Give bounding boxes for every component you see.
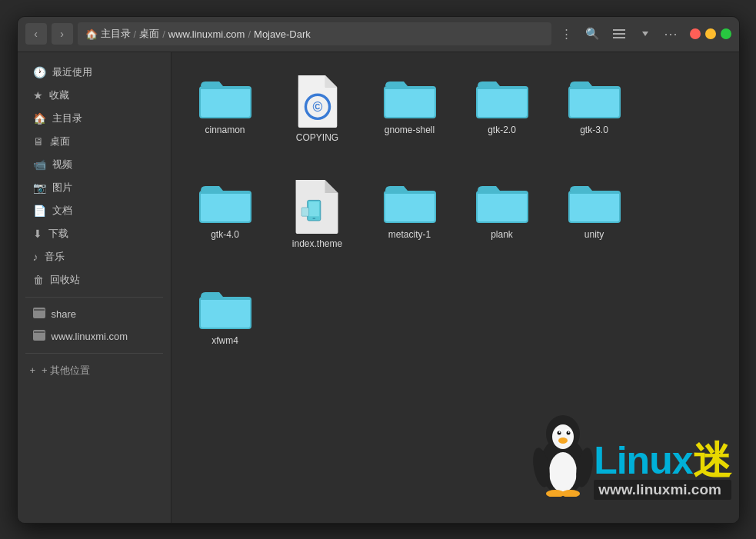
- search-button[interactable]: 🔍: [582, 23, 604, 45]
- svg-text:©: ©: [312, 98, 322, 114]
- svg-rect-1: [613, 33, 625, 35]
- forward-button[interactable]: ›: [52, 23, 73, 45]
- sidebar-add-label: + 其他位置: [42, 364, 90, 378]
- file-label-gtk4: gtk-4.0: [211, 229, 239, 240]
- maximize-button[interactable]: [721, 28, 731, 39]
- sidebar-label-home: 主目录: [52, 111, 82, 125]
- home-nav-icon: 🏠: [33, 112, 46, 125]
- svg-point-28: [561, 490, 580, 497]
- video-icon: 📹: [33, 158, 46, 171]
- sidebar-item-linuxmi[interactable]: www.linuxmi.com: [21, 326, 168, 347]
- watermark-text-block: Linux 迷 www.linuxmi.com: [594, 441, 731, 500]
- folder-metacity-icon: [382, 178, 438, 225]
- svg-point-24: [558, 438, 568, 444]
- close-button[interactable]: [690, 28, 701, 39]
- file-item-gtk-4[interactable]: gtk-4.0: [187, 172, 264, 255]
- svg-point-25: [532, 446, 552, 488]
- svg-point-26: [574, 446, 594, 488]
- more-button[interactable]: ···: [661, 23, 682, 45]
- sidebar-item-home[interactable]: 🏠 主目录: [21, 108, 168, 129]
- svg-point-20: [558, 431, 561, 434]
- breadcrumb[interactable]: 🏠 主目录 / 桌面 / www.linuxmi.com / Mojave-Da…: [78, 22, 551, 45]
- svg-point-19: [565, 429, 571, 435]
- file-item-copying[interactable]: © COPYING: [279, 68, 356, 149]
- sidebar-label-trash: 回收站: [50, 273, 80, 287]
- file-item-index-theme[interactable]: index.theme: [279, 172, 356, 255]
- folder-xfwm4-icon: [198, 284, 253, 331]
- sidebar-item-videos[interactable]: 📹 视频: [21, 154, 168, 175]
- sidebar-item-documents[interactable]: 📄 文档: [21, 200, 168, 221]
- sidebar-item-bookmarks[interactable]: ★ 收藏: [21, 85, 168, 106]
- sidebar-item-trash[interactable]: 🗑 回收站: [21, 269, 168, 291]
- file-item-plank[interactable]: plank: [464, 172, 541, 255]
- theme-file-icon: [291, 178, 344, 234]
- folder-cinnamon-icon: [198, 74, 253, 120]
- file-label-gtk2: gtk-2.0: [488, 125, 516, 135]
- svg-rect-5: [34, 309, 45, 311]
- svg-point-17: [552, 424, 574, 449]
- trash-icon: 🗑: [33, 274, 44, 286]
- sidebar-label-desktop: 桌面: [50, 135, 70, 148]
- svg-rect-7: [34, 331, 45, 333]
- folder-gtk3-icon: [567, 74, 622, 120]
- file-item-metacity[interactable]: metacity-1: [371, 172, 448, 255]
- folder-plank-icon: [475, 178, 530, 225]
- sidebar-item-pictures[interactable]: 📷 图片: [21, 177, 168, 198]
- sidebar-label-recent: 最近使用: [52, 65, 92, 79]
- file-label-cinnamon: cinnamon: [205, 125, 245, 135]
- file-manager-window: ‹ › 🏠 主目录 / 桌面 / www.linuxmi.com / Mojav…: [17, 16, 740, 524]
- sort-button[interactable]: [634, 23, 656, 45]
- sidebar-label-pictures: 图片: [52, 181, 72, 195]
- sidebar-item-downloads[interactable]: ⬇ 下载: [21, 223, 168, 245]
- file-item-cinnamon[interactable]: cinnamon: [187, 68, 264, 149]
- copyright-file-icon: ©: [295, 74, 341, 128]
- sidebar-label-videos: 视频: [52, 158, 72, 171]
- picture-icon: 📷: [33, 181, 46, 194]
- view-button[interactable]: [608, 23, 630, 45]
- drive-linuxmi-icon: [33, 330, 45, 343]
- sidebar-label-music: 音乐: [45, 250, 65, 264]
- file-item-xfwm4[interactable]: xfwm4: [187, 278, 264, 352]
- star-icon: ★: [33, 89, 43, 101]
- file-item-gnome-shell[interactable]: gnome-shell: [371, 68, 448, 149]
- watermark-container: Linux 迷 www.linuxmi.com: [532, 412, 731, 500]
- document-icon: 📄: [33, 205, 46, 217]
- menu-button[interactable]: ⋮: [556, 23, 578, 45]
- sidebar-divider: [25, 297, 163, 298]
- breadcrumb-desktop: 桌面: [139, 27, 159, 41]
- file-item-unity[interactable]: unity: [556, 172, 633, 255]
- back-button[interactable]: ‹: [25, 23, 47, 45]
- watermark-url-text: www.linuxmi.com: [594, 480, 731, 500]
- folder-unity-icon: [567, 178, 622, 225]
- watermark: Linux 迷 www.linuxmi.com: [532, 412, 731, 500]
- drive-share-icon: [33, 308, 45, 321]
- sidebar-label-documents: 文档: [52, 204, 72, 218]
- file-area: cinnamon © COPYING: [172, 52, 739, 523]
- svg-rect-12: [312, 218, 315, 219]
- svg-point-16: [546, 415, 580, 452]
- sidebar-label-bookmarks: 收藏: [49, 88, 69, 102]
- file-grid: cinnamon © COPYING: [187, 68, 724, 352]
- sidebar-label-linuxmi: www.linuxmi.com: [52, 331, 128, 342]
- sidebar: 🕐 最近使用 ★ 收藏 🏠 主目录 🖥 桌面 📹 视频 📷 图片: [18, 52, 172, 523]
- minimize-button[interactable]: [705, 28, 716, 39]
- file-item-gtk-2[interactable]: gtk-2.0: [464, 68, 541, 149]
- sidebar-item-share[interactable]: share: [21, 304, 168, 324]
- file-label-metacity: metacity-1: [388, 229, 431, 240]
- sidebar-item-recent[interactable]: 🕐 最近使用: [21, 62, 168, 83]
- titlebar: ‹ › 🏠 主目录 / 桌面 / www.linuxmi.com / Mojav…: [18, 17, 739, 52]
- sidebar-add-location[interactable]: + + 其他位置: [18, 360, 171, 381]
- file-label-copying: COPYING: [296, 132, 338, 143]
- svg-point-18: [555, 429, 561, 435]
- svg-point-14: [540, 437, 586, 495]
- svg-point-27: [546, 490, 565, 497]
- svg-rect-13: [301, 207, 308, 215]
- svg-point-22: [559, 431, 561, 433]
- breadcrumb-home: 主目录: [101, 27, 131, 41]
- sidebar-item-music[interactable]: ♪ 音乐: [21, 246, 168, 268]
- main-layout: 🕐 最近使用 ★ 收藏 🏠 主目录 🖥 桌面 📹 视频 📷 图片: [18, 52, 739, 523]
- watermark-linux-text: Linux: [594, 441, 692, 480]
- svg-point-21: [567, 431, 571, 434]
- sidebar-item-desktop[interactable]: 🖥 桌面: [21, 131, 168, 152]
- file-item-gtk-3[interactable]: gtk-3.0: [556, 68, 633, 149]
